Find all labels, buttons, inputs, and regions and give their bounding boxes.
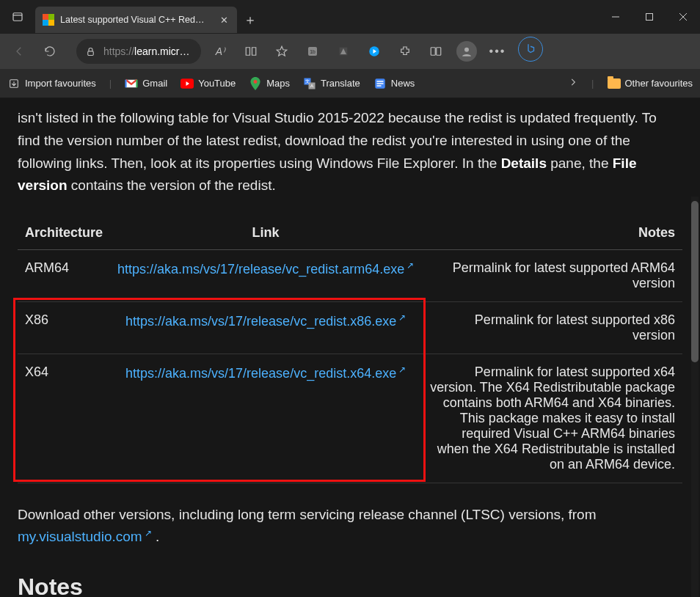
favbar-overflow-icon[interactable] bbox=[568, 77, 578, 89]
cell-link: https://aka.ms/vs/17/release/vc_redist.a… bbox=[110, 250, 421, 302]
intro-paragraph: isn't listed in the following table for … bbox=[18, 98, 682, 197]
refresh-button[interactable] bbox=[35, 37, 65, 66]
cell-notes: Permalink for latest supported x86 versi… bbox=[421, 302, 682, 354]
other-favourites-button[interactable]: Other favourites bbox=[608, 77, 693, 90]
profile-avatar[interactable] bbox=[452, 37, 481, 66]
fav-translate[interactable]: 文A Translate bbox=[303, 77, 360, 90]
table-row: X86https://aka.ms/vs/17/release/vc_redis… bbox=[18, 302, 682, 354]
browser-tab[interactable]: Latest supported Visual C++ Red… ✕ bbox=[35, 7, 237, 33]
tab-title: Latest supported Visual C++ Red… bbox=[60, 15, 212, 25]
favourites-bar: Import favourites | Gmail YouTube Maps 文… bbox=[0, 69, 700, 98]
address-url: https://learn.micr… bbox=[103, 45, 190, 57]
external-icon: ↗ bbox=[406, 260, 414, 271]
cell-arch: ARM64 bbox=[18, 250, 110, 302]
minimize-button[interactable] bbox=[599, 0, 632, 34]
new-tab-button[interactable]: ＋ bbox=[237, 7, 263, 33]
bing-chat-icon[interactable] bbox=[518, 37, 543, 62]
extensions-icon[interactable] bbox=[390, 37, 420, 66]
window-titlebar: Latest supported Visual C++ Red… ✕ ＋ bbox=[0, 0, 700, 34]
import-favourites-button[interactable]: Import favourites bbox=[7, 77, 96, 90]
th-link: Link bbox=[110, 216, 421, 250]
import-icon bbox=[7, 77, 21, 90]
translate-icon: 文A bbox=[303, 77, 316, 90]
th-architecture: Architecture bbox=[18, 216, 110, 250]
fav-news[interactable]: News bbox=[373, 77, 415, 90]
svg-rect-6 bbox=[431, 48, 435, 56]
svg-text:A: A bbox=[310, 84, 313, 88]
ext3-icon[interactable] bbox=[360, 37, 389, 66]
cell-link: https://aka.ms/vs/17/release/vc_redist.x… bbox=[110, 354, 421, 483]
cell-notes: Permalink for latest supported ARM64 ver… bbox=[421, 250, 682, 302]
page-viewport: isn't listed in the following table for … bbox=[0, 98, 700, 597]
cell-notes: Permalink for latest supported x64 versi… bbox=[421, 354, 682, 483]
star-icon[interactable] bbox=[267, 37, 296, 66]
lock-icon bbox=[85, 46, 96, 57]
maximize-button[interactable] bbox=[632, 0, 666, 34]
svg-rect-1 bbox=[646, 14, 653, 21]
download-other-versions: Download other versions, including long … bbox=[18, 504, 682, 549]
external-icon: ↗ bbox=[398, 312, 406, 323]
close-window-button[interactable] bbox=[666, 0, 700, 34]
tab-actions-icon[interactable] bbox=[0, 0, 35, 34]
maps-icon bbox=[249, 77, 262, 90]
download-link[interactable]: https://aka.ms/vs/17/release/vc_redist.x… bbox=[125, 366, 406, 381]
my-visualstudio-link[interactable]: my.visualstudio.com↗ bbox=[18, 529, 152, 544]
microsoft-icon bbox=[43, 14, 54, 26]
fav-youtube[interactable]: YouTube bbox=[181, 77, 236, 90]
svg-point-8 bbox=[464, 48, 469, 52]
table-row: X64https://aka.ms/vs/17/release/vc_redis… bbox=[18, 354, 682, 483]
window-controls bbox=[599, 0, 700, 34]
scrollbar-thumb[interactable] bbox=[691, 201, 699, 362]
browser-toolbar: https://learn.micr… A⁾ 1b ••• bbox=[0, 34, 700, 69]
fav-gmail[interactable]: Gmail bbox=[125, 77, 167, 90]
gmail-icon bbox=[125, 77, 138, 90]
folder-icon bbox=[608, 77, 621, 90]
table-row: ARM64https://aka.ms/vs/17/release/vc_red… bbox=[18, 250, 682, 302]
cell-link: https://aka.ms/vs/17/release/vc_redist.x… bbox=[110, 302, 421, 354]
cell-arch: X86 bbox=[18, 302, 110, 354]
svg-rect-7 bbox=[437, 48, 441, 56]
ext2-icon[interactable] bbox=[329, 37, 358, 66]
tab-close-icon[interactable]: ✕ bbox=[218, 15, 230, 26]
read-aloud-icon[interactable]: A⁾ bbox=[205, 37, 235, 66]
external-icon: ↗ bbox=[145, 528, 152, 538]
svg-text:1b: 1b bbox=[310, 49, 316, 54]
ext1-icon[interactable]: 1b bbox=[298, 37, 327, 66]
address-bar[interactable]: https://learn.micr… bbox=[76, 39, 201, 64]
download-link[interactable]: https://aka.ms/vs/17/release/vc_redist.a… bbox=[117, 262, 414, 276]
svg-point-11 bbox=[254, 80, 258, 84]
svg-rect-17 bbox=[376, 81, 383, 82]
news-icon bbox=[373, 77, 387, 90]
svg-rect-2 bbox=[88, 51, 94, 55]
downloads-table: Architecture Link Notes ARM64https://aka… bbox=[18, 216, 682, 483]
download-link[interactable]: https://aka.ms/vs/17/release/vc_redist.x… bbox=[125, 314, 406, 329]
more-menu-icon[interactable]: ••• bbox=[483, 37, 512, 66]
back-button[interactable] bbox=[4, 37, 34, 66]
immersive-reader-icon[interactable] bbox=[236, 37, 266, 66]
import-favourites-label: Import favourites bbox=[25, 78, 96, 89]
svg-rect-0 bbox=[13, 13, 22, 21]
external-icon: ↗ bbox=[398, 365, 406, 375]
cell-arch: X64 bbox=[18, 354, 110, 483]
svg-rect-18 bbox=[376, 83, 383, 84]
youtube-icon bbox=[181, 77, 194, 90]
split-screen-icon[interactable] bbox=[421, 37, 451, 66]
svg-text:文: 文 bbox=[305, 78, 310, 84]
fav-maps[interactable]: Maps bbox=[249, 77, 290, 90]
notes-heading: Notes bbox=[18, 574, 682, 597]
th-notes: Notes bbox=[421, 216, 682, 250]
svg-rect-19 bbox=[376, 85, 381, 87]
